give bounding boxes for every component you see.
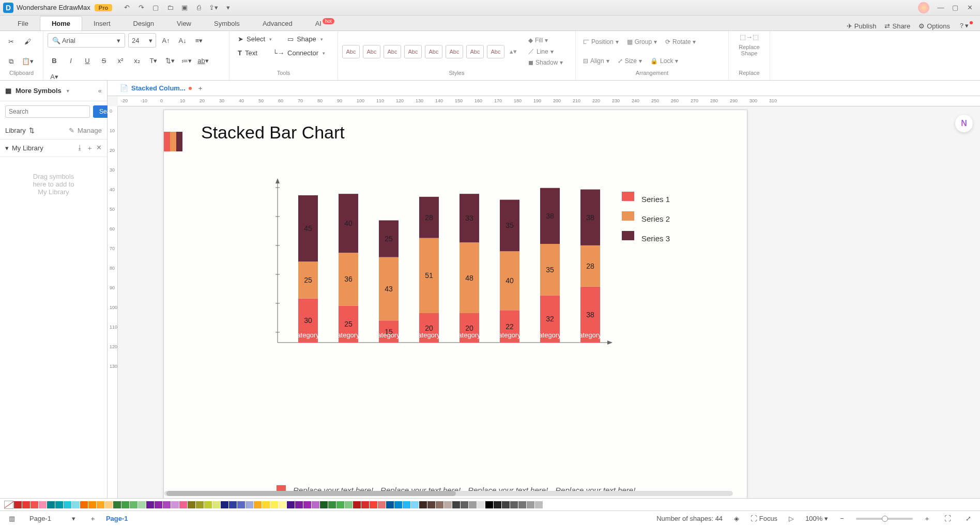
color-swatch[interactable]: [378, 501, 386, 508]
color-swatch[interactable]: [121, 501, 129, 508]
style-swatch[interactable]: Abc: [487, 45, 504, 58]
add-page-button[interactable]: ＋: [86, 512, 100, 525]
color-swatch[interactable]: [88, 501, 96, 508]
avatar[interactable]: [918, 2, 929, 13]
color-swatch[interactable]: [155, 501, 162, 508]
text-tool[interactable]: T Text: [234, 47, 262, 59]
decrease-size-icon[interactable]: A↓: [176, 34, 189, 47]
color-swatch[interactable]: [204, 501, 212, 508]
color-swatch[interactable]: [146, 501, 154, 508]
color-swatch[interactable]: [370, 501, 377, 508]
document-tab[interactable]: 📄 Stacked Colum...: [120, 84, 192, 92]
color-swatch[interactable]: [80, 501, 88, 508]
library-drop-zone[interactable]: Drag symbols here to add to My Library: [0, 157, 107, 498]
color-swatch[interactable]: [312, 501, 319, 508]
color-swatch[interactable]: [411, 501, 419, 508]
layers-icon[interactable]: ◈: [730, 512, 743, 525]
canvas[interactable]: Stacked Bar Chart 302545ategory253640ate…: [118, 106, 980, 498]
my-library-row[interactable]: ▾ My Library⭳＋✕: [0, 140, 107, 157]
rotate-button[interactable]: ⟳ Rotate▾: [662, 37, 699, 47]
chart-legend[interactable]: Series 1Series 2Series 3: [622, 192, 670, 251]
zoom-value[interactable]: 100% ▾: [805, 515, 828, 522]
stacked-bar-chart[interactable]: 302545ategory253640ategory154325ategory2…: [272, 177, 614, 363]
group-button[interactable]: ▦ Group▾: [624, 37, 660, 47]
color-swatch[interactable]: [543, 501, 551, 508]
menu-file[interactable]: File: [6, 17, 40, 30]
menu-ai[interactable]: AIhot: [304, 17, 346, 30]
style-swatch[interactable]: Abc: [446, 45, 463, 58]
help-button[interactable]: ？▾: [958, 21, 974, 30]
color-bar[interactable]: [0, 498, 980, 510]
color-swatch[interactable]: [494, 501, 501, 508]
color-swatch[interactable]: [452, 501, 460, 508]
page-tab[interactable]: Page-1: [106, 515, 128, 522]
bold-icon[interactable]: B: [48, 54, 61, 67]
color-swatch[interactable]: [30, 501, 38, 508]
fullscreen-icon[interactable]: ⤢: [961, 512, 975, 525]
menu-symbols[interactable]: Symbols: [203, 17, 251, 30]
menu-design[interactable]: Design: [122, 17, 165, 30]
highlight-icon[interactable]: ab▾: [196, 54, 210, 67]
save-icon[interactable]: ▣: [178, 2, 191, 14]
copy-icon[interactable]: ⧉: [4, 55, 18, 68]
color-swatch[interactable]: [353, 501, 361, 508]
color-swatch[interactable]: [39, 501, 47, 508]
page-select[interactable]: Page-1▾: [25, 513, 80, 524]
align-para-icon[interactable]: ≡▾: [192, 34, 206, 47]
subscript-icon[interactable]: x₂: [130, 54, 144, 67]
color-swatch[interactable]: [105, 501, 113, 508]
zoom-in-button[interactable]: ＋: [920, 512, 933, 525]
style-swatch[interactable]: Abc: [466, 45, 484, 58]
align-button[interactable]: ⊟ Align▾: [580, 56, 612, 66]
color-swatch[interactable]: [221, 501, 228, 508]
color-swatch[interactable]: [72, 501, 80, 508]
color-swatch[interactable]: [527, 501, 534, 508]
superscript-icon[interactable]: x²: [114, 54, 127, 67]
color-swatch[interactable]: [461, 501, 468, 508]
format-painter-icon[interactable]: 🖌: [21, 35, 34, 48]
strike-icon[interactable]: S: [97, 54, 111, 67]
color-swatch[interactable]: [328, 501, 336, 508]
chart-title[interactable]: Stacked Bar Chart: [201, 122, 345, 143]
menu-view[interactable]: View: [165, 17, 203, 30]
color-swatch[interactable]: [510, 501, 518, 508]
color-swatch[interactable]: [163, 501, 171, 508]
underline-icon[interactable]: U: [81, 54, 94, 67]
color-swatch[interactable]: [254, 501, 262, 508]
presentation-icon[interactable]: ▷: [785, 512, 798, 525]
color-swatch[interactable]: [179, 501, 187, 508]
color-swatch[interactable]: [14, 501, 22, 508]
replace-shape-button[interactable]: Replace Shape: [739, 44, 759, 56]
options-button[interactable]: ⚙ Options: [918, 22, 950, 30]
color-swatch[interactable]: [262, 501, 270, 508]
undo-button[interactable]: ↶: [120, 2, 133, 14]
menu-advanced[interactable]: Advanced: [251, 17, 304, 30]
page-list-icon[interactable]: ▥: [5, 512, 19, 525]
select-tool[interactable]: ➤ Select▾: [234, 33, 276, 45]
new-icon[interactable]: ▢: [149, 2, 162, 14]
symbol-search-input[interactable]: [5, 105, 90, 118]
ai-fab-button[interactable]: N: [955, 115, 973, 132]
fit-page-icon[interactable]: ⛶: [941, 512, 954, 525]
color-swatch[interactable]: [436, 501, 443, 508]
font-select[interactable]: 🔍 Arial▾: [48, 33, 125, 48]
cut-icon[interactable]: ✂: [4, 35, 18, 48]
color-swatch[interactable]: [518, 501, 526, 508]
shape-tool[interactable]: ▭ Shape▾: [283, 33, 327, 45]
color-swatch[interactable]: [394, 501, 402, 508]
color-swatch[interactable]: [130, 501, 137, 508]
maximize-button[interactable]: ▢: [949, 2, 961, 14]
color-swatch[interactable]: [403, 501, 410, 508]
font-size[interactable]: 24▾: [128, 33, 156, 48]
close-button[interactable]: ✕: [963, 2, 976, 14]
style-swatch[interactable]: Abc: [404, 45, 422, 58]
focus-button[interactable]: ⛶ Focus: [751, 515, 777, 522]
color-swatch[interactable]: [361, 501, 369, 508]
no-fill-swatch[interactable]: [4, 501, 13, 509]
menu-home[interactable]: Home: [40, 16, 82, 30]
zoom-slider[interactable]: [856, 518, 913, 520]
publish-button[interactable]: ✈ Publish: [847, 22, 877, 30]
bullet-icon[interactable]: ≔▾: [180, 54, 193, 67]
library-row[interactable]: Library ⇅ ✎ Manage: [0, 122, 107, 140]
color-swatch[interactable]: [287, 501, 295, 508]
